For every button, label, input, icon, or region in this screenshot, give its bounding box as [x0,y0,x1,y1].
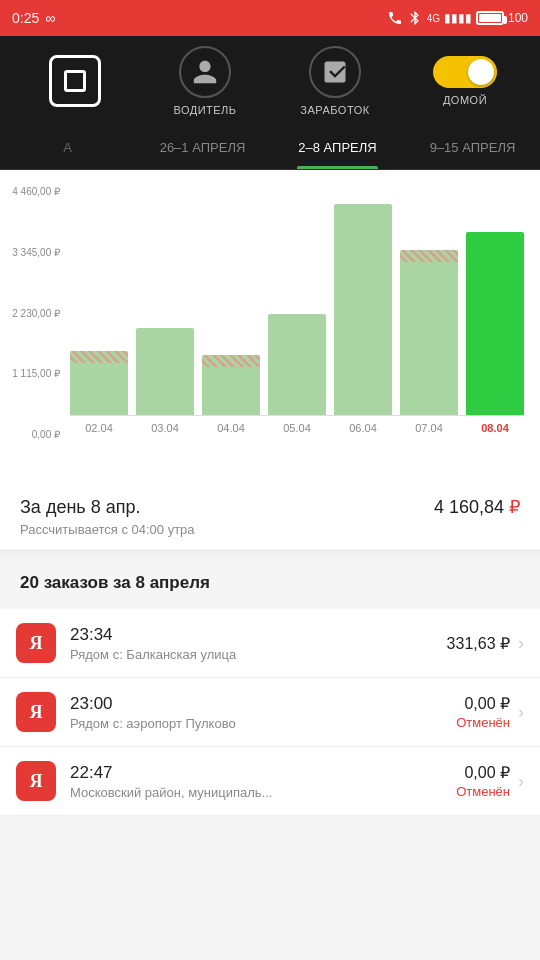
status-bar: 0:25 ∞ 4G ▮▮▮▮ 100 [0,0,540,36]
x-label-06.04: 06.04 [334,422,392,434]
order-amount-1: 0,00 ₽ [464,694,510,713]
bar-06.04 [334,204,392,415]
bar-stripe-07.04 [400,250,458,262]
y-label-3: 3 345,00 ₽ [12,247,60,258]
bar-wrapper-07.04 [400,186,458,415]
bar-04.04 [202,355,260,415]
bar-02.04 [70,351,128,415]
home-toggle[interactable] [433,56,497,88]
order-time-2: 22:47 [70,763,456,783]
toggle-knob [468,59,494,85]
bar-wrapper-02.04 [70,186,128,415]
yandex-logo-1: Я [16,692,56,732]
y-label-1: 1 115,00 ₽ [12,368,60,379]
y-axis: 4 460,00 ₽ 3 345,00 ₽ 2 230,00 ₽ 1 115,0… [0,186,68,440]
bar-05.04 [268,314,326,415]
order-info-2: 22:47 Московский район, муниципаль... [70,763,456,800]
driver-label: ВОДИТЕЛЬ [173,104,236,116]
phone-icon [387,10,403,26]
chevron-icon-2: › [518,771,524,792]
signal-text: 4G [427,13,440,24]
order-item-1[interactable]: Я 23:00 Рядом с: аэропорт Пулково 0,00 ₽… [0,678,540,747]
order-right-1: 0,00 ₽ Отменён [456,694,510,730]
order-place-2: Московский район, муниципаль... [70,785,456,800]
driver-circle [179,46,231,98]
nav-item-earnings[interactable]: ЗАРАБОТОК [270,46,400,116]
y-label-4: 4 460,00 ₽ [12,186,60,197]
y-label-2: 2 230,00 ₽ [12,308,60,319]
order-info-0: 23:34 Рядом с: Балканская улица [70,625,447,662]
nav-item-driver[interactable]: ВОДИТЕЛЬ [140,46,270,116]
day-title: За день 8 апр. [20,497,141,518]
x-label-02.04: 02.04 [70,422,128,434]
tab-week2[interactable]: 2–8 АПРЕЛЯ [270,126,405,169]
bluetooth-icon [407,10,423,26]
order-item-2[interactable]: Я 22:47 Московский район, муниципаль... … [0,747,540,816]
x-label-03.04: 03.04 [136,422,194,434]
day-subtext: Рассчитывается с 04:00 утра [20,522,520,537]
order-info-1: 23:00 Рядом с: аэропорт Пулково [70,694,456,731]
chart-container: 4 460,00 ₽ 3 345,00 ₽ 2 230,00 ₽ 1 115,0… [0,170,540,480]
person-icon [191,58,219,86]
y-label-0: 0,00 ₽ [32,429,60,440]
chevron-icon-1: › [518,702,524,723]
order-right-0: 331,63 ₽ [447,634,510,653]
x-label-04.04: 04.04 [202,422,260,434]
order-status-1: Отменён [456,715,510,730]
status-left: 0:25 ∞ [12,10,55,26]
tab-week1[interactable]: 26–1 АПРЕЛЯ [135,126,270,169]
tab-week3[interactable]: 9–15 АПРЕЛЯ [405,126,540,169]
day-summary: За день 8 апр. 4 160,84 ₽ Рассчитывается… [0,480,540,557]
order-item-0[interactable]: Я 23:34 Рядом с: Балканская улица 331,63… [0,609,540,678]
tabs-container: А 26–1 АПРЕЛЯ 2–8 АПРЕЛЯ 9–15 АПРЕЛЯ [0,126,540,170]
order-place-1: Рядом с: аэропорт Пулково [70,716,456,731]
signal-bars: ▮▮▮▮ [444,11,472,25]
earnings-circle [309,46,361,98]
battery-icon [476,11,504,25]
bar-wrapper-04.04 [202,186,260,415]
nav-item-home-screen[interactable] [10,55,140,107]
home-label: ДОМОЙ [443,94,487,106]
status-time: 0:25 [12,10,39,26]
status-infinity: ∞ [45,10,55,26]
x-label-05.04: 05.04 [268,422,326,434]
orders-title: 20 заказов за 8 апреля [20,573,210,592]
bar-08.04 [466,232,524,415]
status-right: 4G ▮▮▮▮ 100 [387,10,528,26]
yandex-logo-0: Я [16,623,56,663]
x-label-08.04: 08.04 [466,422,524,434]
bar-stripe-02.04 [70,351,128,363]
top-navigation: ВОДИТЕЛЬ ЗАРАБОТОК ДОМОЙ [0,36,540,126]
nav-item-home-toggle[interactable]: ДОМОЙ [400,56,530,106]
chart-bars [70,186,524,416]
bar-07.04 [400,250,458,415]
order-time-1: 23:00 [70,694,456,714]
yandex-logo-2: Я [16,761,56,801]
bar-wrapper-05.04 [268,186,326,415]
orders-list: Я 23:34 Рядом с: Балканская улица 331,63… [0,609,540,816]
bar-03.04 [136,328,194,415]
x-labels: 02.0403.0404.0405.0406.0407.0408.04 [70,422,524,434]
summary-row: За день 8 апр. 4 160,84 ₽ [20,496,520,518]
bar-stripe-04.04 [202,355,260,367]
bar-wrapper-03.04 [136,186,194,415]
bar-wrapper-06.04 [334,186,392,415]
tab-partial[interactable]: А [0,126,135,169]
inner-square [64,70,86,92]
order-status-2: Отменён [456,784,510,799]
x-label-07.04: 07.04 [400,422,458,434]
orders-header: 20 заказов за 8 апреля [0,557,540,609]
day-amount: 4 160,84 ₽ [434,496,520,518]
earnings-label: ЗАРАБОТОК [300,104,369,116]
order-time-0: 23:34 [70,625,447,645]
square-icon [49,55,101,107]
order-amount-0: 331,63 ₽ [447,634,510,653]
earnings-icon [321,58,349,86]
order-place-0: Рядом с: Балканская улица [70,647,447,662]
chevron-icon-0: › [518,633,524,654]
order-right-2: 0,00 ₽ Отменён [456,763,510,799]
order-amount-2: 0,00 ₽ [464,763,510,782]
bar-wrapper-08.04 [466,186,524,415]
battery-level: 100 [508,11,528,25]
